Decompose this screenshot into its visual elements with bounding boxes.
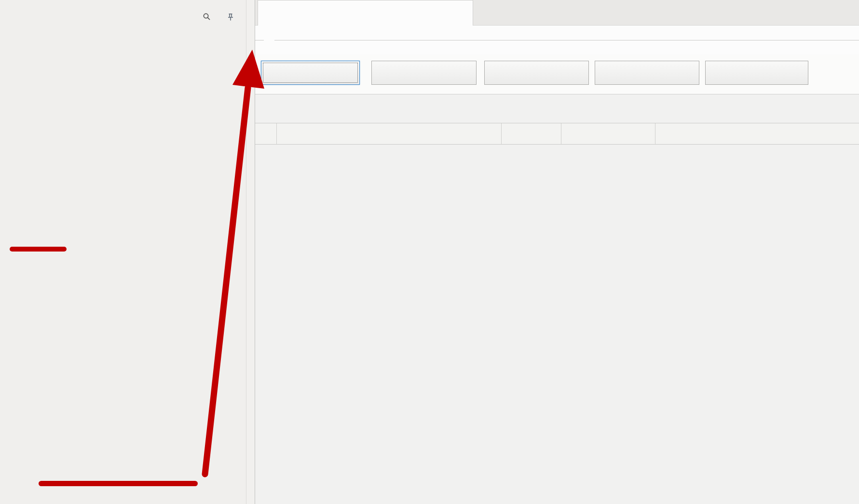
menu-search[interactable] (203, 13, 215, 23)
tab-bar (255, 0, 859, 26)
column-header-dish[interactable] (277, 123, 502, 144)
add-button[interactable] (261, 61, 360, 85)
column-header-type[interactable] (561, 123, 655, 144)
refresh-button[interactable] (595, 61, 699, 85)
title-line-right (274, 40, 859, 40)
delete-button[interactable] (484, 61, 589, 85)
data-grid (255, 94, 859, 504)
column-header-qty[interactable] (502, 123, 561, 144)
search-icon (203, 13, 211, 23)
navigation-sidebar (0, 0, 246, 504)
toolbar (255, 54, 859, 94)
title-bar (255, 26, 859, 54)
indicator-header-cell (255, 123, 277, 144)
main-panel (255, 0, 859, 504)
edit-button[interactable] (371, 61, 477, 85)
group-by-panel[interactable] (255, 94, 859, 123)
sidebar-header (0, 0, 246, 23)
app-window (0, 0, 859, 504)
column-header-target[interactable] (655, 123, 859, 144)
panel-splitter[interactable] (246, 0, 255, 504)
pin-icon[interactable] (227, 13, 234, 23)
title-line-left (255, 40, 264, 40)
view-button[interactable] (705, 61, 793, 85)
view-dropdown-button[interactable] (792, 61, 808, 85)
collapse-arrow-icon[interactable] (0, 23, 246, 44)
grid-header-row (255, 123, 859, 145)
tab-auto-dish-adding[interactable] (258, 0, 473, 26)
